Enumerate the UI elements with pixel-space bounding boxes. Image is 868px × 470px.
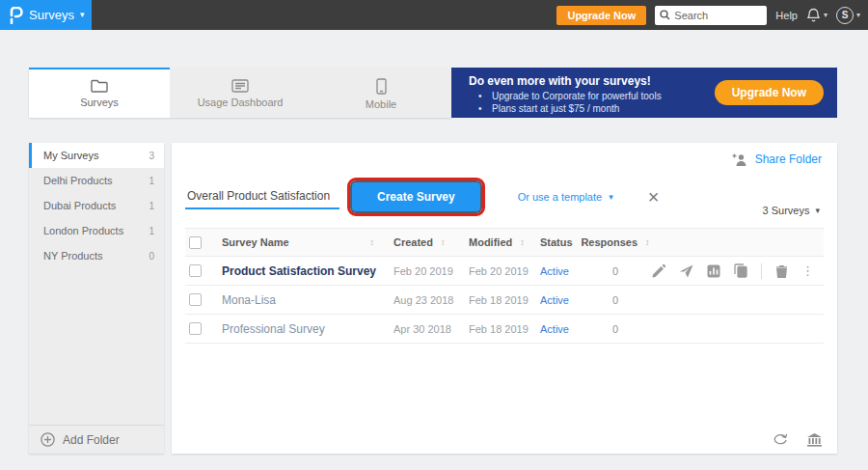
share-folder-label: Share Folder — [755, 152, 822, 166]
view-tabs: Surveys Usage Dashboard Mobile — [29, 68, 451, 118]
search-input[interactable] — [674, 10, 756, 21]
chevron-down-icon — [824, 12, 827, 19]
bell-icon — [806, 8, 821, 23]
sidebar-item-ny-products[interactable]: NY Products 0 — [29, 243, 164, 268]
folder-name: NY Products — [43, 250, 103, 262]
plus-circle-icon — [41, 432, 55, 447]
annotation-highlight: Create Survey — [347, 178, 485, 216]
column-header-responses[interactable]: Responses — [581, 236, 637, 248]
folder-count: 1 — [149, 201, 154, 211]
tab-label: Surveys — [80, 97, 119, 108]
column-header-created[interactable]: Created — [393, 236, 433, 248]
created-date: Apr 30 2018 — [393, 323, 451, 335]
table-row: Mona-Lisa Aug 23 2018 Feb 18 2019 Active… — [185, 286, 824, 315]
navbar-right: Upgrade Now Help S — [556, 6, 868, 25]
folder-count: 3 — [149, 151, 154, 161]
analytics-icon[interactable] — [707, 264, 720, 278]
card-footer-icons — [773, 433, 822, 447]
survey-name-link[interactable]: Mona-Lisa — [222, 293, 276, 307]
chevron-down-icon — [609, 193, 613, 202]
more-actions-icon[interactable] — [801, 263, 814, 278]
table-row: Product Satisfaction Survey Feb 20 2019 … — [185, 257, 824, 286]
send-icon[interactable] — [679, 264, 693, 278]
questionpro-logo-icon — [8, 7, 23, 24]
select-all-checkbox[interactable] — [189, 236, 202, 249]
close-icon[interactable] — [648, 187, 660, 207]
folders-sidebar: My Surveys 3 Delhi Products 1 Dubai Prod… — [29, 143, 164, 454]
search-box[interactable] — [655, 6, 767, 25]
surveys-table: Survey Name Created Modified Status Resp… — [185, 228, 824, 344]
folder-name: My Surveys — [43, 150, 98, 161]
add-person-icon — [732, 153, 748, 166]
modified-date: Feb 20 2019 — [469, 265, 529, 277]
tab-label: Usage Dashboard — [198, 97, 284, 108]
banner-upgrade-button[interactable]: Upgrade Now — [715, 80, 824, 105]
add-folder-label: Add Folder — [63, 433, 120, 447]
folder-icon — [91, 79, 108, 93]
row-checkbox[interactable] — [189, 293, 202, 306]
chevron-down-icon — [80, 11, 85, 19]
column-header-survey-name[interactable]: Survey Name — [222, 236, 289, 248]
surveys-panel: Share Folder Create Survey Or use a temp… — [172, 143, 837, 454]
use-template-label: Or use a template — [518, 191, 602, 203]
folder-name: London Products — [43, 225, 123, 236]
search-icon — [660, 10, 670, 20]
created-date: Aug 23 2018 — [393, 294, 453, 306]
archive-bank-icon[interactable] — [807, 433, 822, 447]
folder-count: 1 — [149, 176, 154, 186]
created-date: Feb 20 2019 — [393, 265, 453, 277]
create-survey-button[interactable]: Create Survey — [352, 182, 480, 211]
use-template-dropdown[interactable]: Or use a template — [518, 191, 613, 203]
row-checkbox[interactable] — [189, 322, 202, 335]
sort-icon[interactable] — [520, 237, 525, 247]
responses-count: 0 — [612, 323, 618, 335]
surveys-count-dropdown[interactable]: 3 Surveys — [763, 205, 820, 216]
survey-name-link[interactable]: Professional Survey — [222, 322, 325, 336]
upgrade-banner: Do even more with your surveys! Upgrade … — [451, 68, 837, 118]
status-link[interactable]: Active — [540, 265, 569, 277]
row-checkbox[interactable] — [189, 264, 202, 277]
column-header-status[interactable]: Status — [540, 236, 573, 248]
sidebar-item-london-products[interactable]: London Products 1 — [29, 218, 164, 243]
share-folder-button[interactable]: Share Folder — [732, 152, 822, 166]
status-link[interactable]: Active — [540, 294, 569, 306]
status-link[interactable]: Active — [540, 323, 569, 335]
table-row: Professional Survey Apr 30 2018 Feb 18 2… — [185, 315, 824, 344]
responses-count: 0 — [612, 294, 618, 306]
modified-date: Feb 18 2019 — [469, 294, 529, 306]
surveys-count-label: 3 Surveys — [763, 205, 810, 216]
help-link[interactable]: Help — [775, 10, 798, 21]
delete-icon[interactable] — [775, 264, 788, 278]
product-name: Surveys — [29, 8, 74, 22]
chevron-down-icon — [815, 207, 820, 215]
folder-count: 0 — [149, 251, 154, 262]
survey-name-link[interactable]: Product Satisfaction Survey — [222, 264, 376, 278]
notifications-menu[interactable] — [806, 8, 827, 23]
sort-icon[interactable] — [370, 237, 375, 247]
sort-icon[interactable] — [645, 237, 650, 247]
sidebar-item-my-surveys[interactable]: My Surveys 3 — [29, 143, 164, 168]
folder-name: Dubai Products — [43, 200, 116, 211]
tab-mobile[interactable]: Mobile — [311, 68, 451, 118]
mobile-icon — [376, 78, 387, 95]
sidebar-item-dubai-products[interactable]: Dubai Products 1 — [29, 193, 164, 218]
add-folder-button[interactable]: Add Folder — [29, 425, 164, 454]
column-header-modified[interactable]: Modified — [469, 236, 512, 248]
restore-history-icon[interactable] — [773, 433, 788, 447]
tab-surveys[interactable]: Surveys — [29, 68, 170, 118]
edit-icon[interactable] — [652, 264, 665, 278]
upgrade-now-button[interactable]: Upgrade Now — [556, 6, 646, 25]
chevron-down-icon — [856, 12, 860, 19]
copy-icon[interactable] — [734, 263, 747, 278]
survey-name-input[interactable] — [185, 184, 339, 209]
create-survey-row: Create Survey Or use a template — [185, 178, 659, 216]
folder-name: Delhi Products — [43, 175, 113, 186]
account-menu[interactable]: S — [836, 7, 860, 24]
sidebar-item-delhi-products[interactable]: Delhi Products 1 — [29, 168, 164, 193]
table-header-row: Survey Name Created Modified Status Resp… — [185, 228, 824, 257]
top-navbar: Surveys Upgrade Now Help S — [0, 0, 868, 30]
responses-count: 0 — [612, 265, 618, 277]
sort-icon[interactable] — [441, 237, 446, 247]
tab-usage-dashboard[interactable]: Usage Dashboard — [170, 68, 311, 118]
product-switcher[interactable]: Surveys — [0, 0, 92, 30]
